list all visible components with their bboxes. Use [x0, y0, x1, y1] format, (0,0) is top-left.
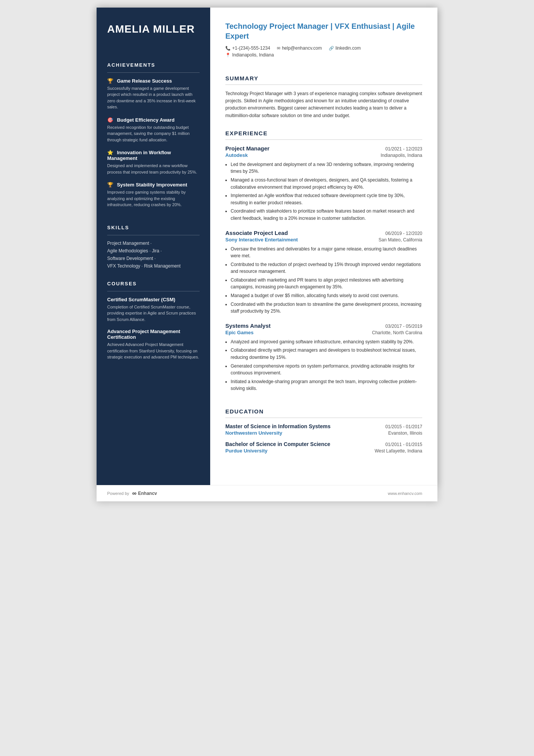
- skill-item: Software Development ·: [107, 256, 200, 261]
- courses-list: Certified ScrumMaster (CSM) Completion o…: [107, 297, 200, 366]
- achievement-desc: Designed and implemented a new workflow …: [107, 163, 200, 175]
- exp-bullets-2: Analyzed and improved gaming software in…: [231, 338, 422, 394]
- education-divider: [225, 418, 422, 418]
- bullet-item: Coordinated with the production team to …: [231, 301, 422, 315]
- exp-location-1: San Mateo, California: [379, 237, 422, 243]
- achievements-title: ACHIEVEMENTS: [107, 62, 200, 68]
- course-item: Advanced Project Management Certificatio…: [107, 329, 200, 360]
- edu-location-1: West Lafayette, Indiana: [375, 448, 422, 454]
- exp-role-1: Associate Project Lead: [225, 230, 288, 236]
- exp-company-row-0: Autodesk Indianapolis, Indiana: [225, 152, 422, 158]
- phone-contact: 📞 +1-(234)-555-1234: [225, 45, 270, 51]
- exp-header-2: Systems Analyst 03/2017 - 05/2019: [225, 322, 422, 329]
- email-icon: ✉: [277, 46, 280, 51]
- star-icon: ⭐: [107, 150, 113, 155]
- bullet-item: Collaborated directly with project manag…: [231, 347, 422, 361]
- exp-dates-2: 03/2017 - 05/2019: [386, 324, 422, 329]
- achievement-title: 🏆 Game Release Success: [107, 78, 200, 84]
- brand-name: Enhancv: [138, 491, 157, 496]
- edu-location-0: Evanston, Illinois: [388, 430, 422, 436]
- skills-divider: [107, 235, 200, 235]
- exp-bullets-0: Led the development and deployment of a …: [231, 161, 422, 224]
- exp-header-0: Project Manager 01/2021 - 12/2023: [225, 145, 422, 152]
- contact-row: 📞 +1-(234)-555-1234 ✉ help@enhancv.com 🔗…: [225, 45, 422, 51]
- footer-website: www.enhancv.com: [388, 491, 422, 496]
- courses-title: COURSES: [107, 281, 200, 286]
- edu-school-1: Purdue University: [225, 448, 267, 454]
- footer: Powered by ∞ Enhancv www.enhancv.com: [97, 485, 437, 501]
- candidate-name: AMELIA MILLER: [107, 23, 200, 36]
- bullet-item: Contributed to the reduction of project …: [231, 261, 422, 275]
- edu-dates-1: 01/2011 - 01/2015: [386, 442, 422, 447]
- location-text: Indianapolis, Indiana: [232, 52, 274, 58]
- trophy-icon: 🏆: [107, 78, 113, 84]
- course-title: Advanced Project Management Certificatio…: [107, 329, 200, 340]
- bullet-item: Analyzed and improved gaming software in…: [231, 338, 422, 346]
- edu-school-row-1: Purdue University West Lafayette, Indian…: [225, 448, 422, 454]
- achievement-desc: Improved core gaming systems stability b…: [107, 189, 200, 208]
- exp-role-2: Systems Analyst: [225, 322, 271, 329]
- summary-text: Technology Project Manager with 3 years …: [225, 90, 422, 119]
- edu-dates-0: 01/2015 - 01/2017: [386, 424, 422, 429]
- exp-company-1: Sony Interactive Entertainment: [225, 237, 298, 243]
- bullet-item: Implemented an Agile workflow that reduc…: [231, 192, 422, 206]
- location-row: 📍 Indianapolis, Indiana: [225, 52, 422, 58]
- achievement-title: 🏆 System Stability Improvement: [107, 182, 200, 188]
- edu-school-0: Northwestern University: [225, 430, 282, 436]
- bullet-item: Coordinated with stakeholders to priorit…: [231, 208, 422, 222]
- bullet-item: Managed a budget of over $5 million, all…: [231, 292, 422, 299]
- exp-company-2: Epic Games: [225, 330, 253, 335]
- location-icon: 📍: [225, 53, 231, 58]
- bullet-item: Managed a cross-functional team of devel…: [231, 177, 422, 191]
- main-headline: Technology Project Manager | VFX Enthusi…: [225, 21, 422, 41]
- achievements-divider: [107, 72, 200, 73]
- achievement-item: ⭐ Innovation in Workflow Management Desi…: [107, 150, 200, 175]
- trophy2-icon: 🏆: [107, 182, 113, 188]
- skills-list: Project Management · Agile Methodologies…: [107, 241, 200, 271]
- exp-location-0: Indianapolis, Indiana: [381, 153, 422, 158]
- exp-company-row-1: Sony Interactive Entertainment San Mateo…: [225, 237, 422, 243]
- bullet-item: Generated comprehensive reports on syste…: [231, 363, 422, 377]
- exp-bullets-1: Oversaw the timelines and deliverables f…: [231, 246, 422, 316]
- edu-header-0: Master of Science in Information Systems…: [225, 423, 422, 429]
- sidebar: AMELIA MILLER ACHIEVEMENTS 🏆 Game Releas…: [97, 8, 210, 485]
- edu-header-1: Bachelor of Science in Computer Science …: [225, 441, 422, 447]
- edu-degree-1: Bachelor of Science in Computer Science: [225, 441, 330, 447]
- achievement-desc: Received recognition for outstanding bud…: [107, 124, 200, 143]
- exp-dates-0: 01/2021 - 12/2023: [386, 146, 422, 152]
- exp-header-1: Associate Project Lead 06/2019 - 12/2020: [225, 230, 422, 236]
- linkedin-url: linkedin.com: [336, 45, 361, 51]
- bullet-item: Oversaw the timelines and deliverables f…: [231, 246, 422, 260]
- resume-container: AMELIA MILLER ACHIEVEMENTS 🏆 Game Releas…: [97, 8, 437, 485]
- achievement-item: 🏆 System Stability Improvement Improved …: [107, 182, 200, 208]
- course-title: Certified ScrumMaster (CSM): [107, 297, 200, 302]
- course-desc: Completion of Certified ScrumMaster cour…: [107, 304, 200, 323]
- courses-divider: [107, 291, 200, 291]
- phone-number: +1-(234)-555-1234: [232, 45, 270, 51]
- exp-role-0: Project Manager: [225, 145, 270, 152]
- bullet-item: Initiated a knowledge-sharing program am…: [231, 378, 422, 392]
- skill-item: Project Management ·: [107, 241, 200, 246]
- skill-item: Agile Methodologies · Jira ·: [107, 248, 200, 254]
- achievements-list: 🏆 Game Release Success Successfully mana…: [107, 78, 200, 215]
- footer-left: Powered by ∞ Enhancv: [107, 490, 157, 497]
- experience-section-title: EXPERIENCE: [225, 130, 422, 136]
- email-contact: ✉ help@enhancv.com: [277, 45, 322, 51]
- main-content: Technology Project Manager | VFX Enthusi…: [210, 8, 437, 485]
- summary-divider: [225, 85, 422, 85]
- achievement-item: 🏆 Game Release Success Successfully mana…: [107, 78, 200, 110]
- footer-logo: ∞ Enhancv: [132, 490, 157, 497]
- summary-section-title: SUMMARY: [225, 75, 422, 81]
- phone-icon: 📞: [225, 46, 231, 51]
- course-desc: Achieved Advanced Project Management cer…: [107, 341, 200, 360]
- skills-title: SKILLS: [107, 225, 200, 230]
- achievement-title: ⭐ Innovation in Workflow Management: [107, 150, 200, 161]
- edu-degree-0: Master of Science in Information Systems: [225, 423, 331, 429]
- achievement-item: 🎯 Budget Efficiency Award Received recog…: [107, 117, 200, 143]
- email-address: help@enhancv.com: [282, 45, 322, 51]
- powered-by-label: Powered by: [107, 491, 129, 496]
- experience-divider: [225, 139, 422, 140]
- exp-dates-1: 06/2019 - 12/2020: [386, 231, 422, 236]
- bullet-item: Led the development and deployment of a …: [231, 161, 422, 175]
- exp-company-row-2: Epic Games Charlotte, North Carolina: [225, 330, 422, 335]
